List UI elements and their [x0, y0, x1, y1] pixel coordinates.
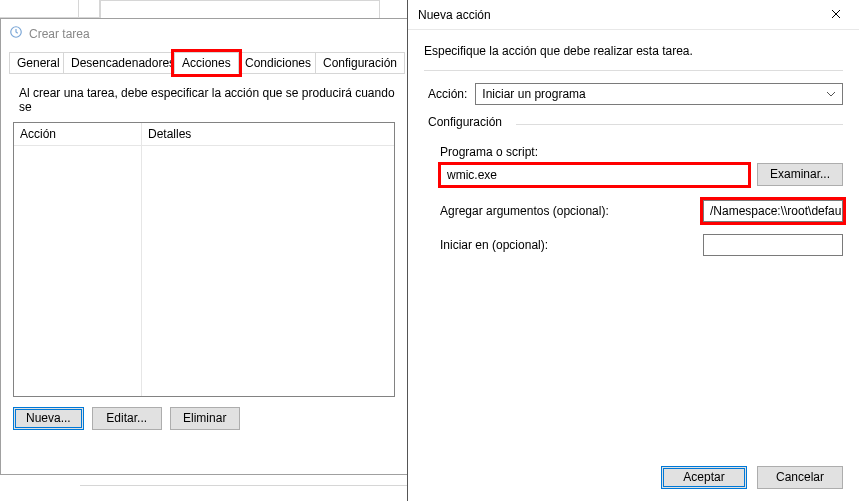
edit-action-button[interactable]: Editar... [92, 407, 162, 430]
create-task-tabs: General Desencadenadores Acciones Condic… [9, 52, 399, 74]
tab-triggers[interactable]: Desencadenadores [63, 52, 183, 74]
create-task-description: Al crear una tarea, debe especificar la … [1, 74, 407, 122]
action-select[interactable]: Iniciar un programa [475, 83, 843, 105]
new-action-instruction: Especifique la acción que debe realizar … [408, 30, 859, 64]
new-action-titlebar: Nueva acción [408, 0, 859, 30]
arguments-input[interactable]: /Namespace:\\root\defau [703, 200, 843, 222]
tab-general[interactable]: General [9, 52, 68, 74]
start-in-input[interactable] [703, 234, 843, 256]
cancel-button[interactable]: Cancelar [757, 466, 843, 489]
action-select-value: Iniciar un programa [482, 87, 585, 101]
start-in-label: Iniciar en (opcional): [440, 238, 703, 252]
program-input[interactable]: wmic.exe [440, 164, 749, 186]
browse-button[interactable]: Examinar... [757, 163, 843, 186]
close-button[interactable] [813, 0, 859, 30]
create-task-title: Crear tarea [29, 27, 90, 41]
program-label: Programa o script: [428, 131, 843, 163]
chevron-down-icon [824, 87, 838, 104]
new-action-dialog: Nueva acción Especifique la acción que d… [407, 0, 859, 501]
create-task-dialog: Crear tarea General Desencadenadores Acc… [0, 18, 408, 475]
settings-group-label: Configuración [428, 115, 843, 131]
close-icon [831, 8, 841, 22]
tab-settings[interactable]: Configuración [315, 52, 405, 74]
new-action-title: Nueva acción [418, 8, 491, 22]
new-action-button[interactable]: Nueva... [13, 407, 84, 430]
ok-button[interactable]: Aceptar [661, 466, 747, 489]
tab-actions[interactable]: Acciones [174, 52, 239, 74]
arguments-label: Agregar argumentos (opcional): [440, 204, 703, 218]
actions-table[interactable]: Acción Detalles [13, 122, 395, 397]
clock-icon [9, 25, 23, 42]
create-task-titlebar: Crear tarea [1, 19, 407, 48]
tab-conditions[interactable]: Condiciones [237, 52, 319, 74]
delete-action-button[interactable]: Eliminar [170, 407, 240, 430]
column-header-action[interactable]: Acción [14, 123, 141, 146]
action-label: Acción: [428, 87, 467, 101]
column-header-details[interactable]: Detalles [142, 123, 394, 146]
